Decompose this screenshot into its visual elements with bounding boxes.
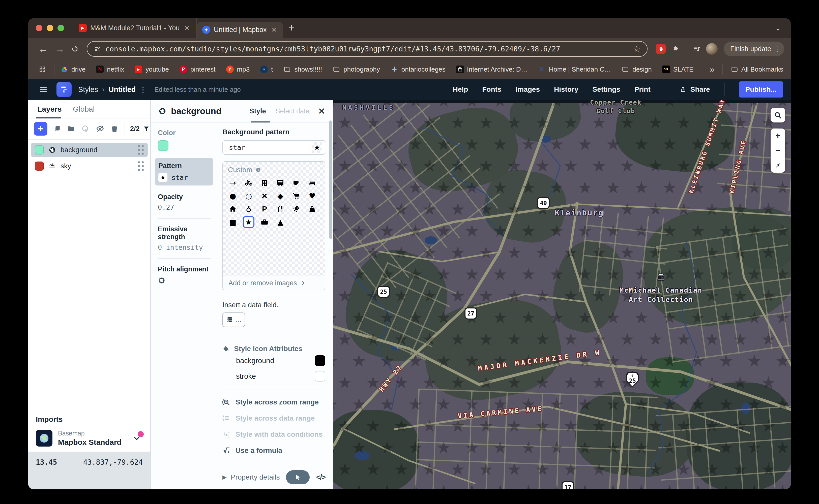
browser-tab-2[interactable]: ✦Untitled | Mapbox✕ xyxy=(197,22,283,38)
close-tab-icon[interactable]: ✕ xyxy=(270,26,278,34)
bookmark-item-mp3[interactable]: Ymp3 xyxy=(226,66,250,73)
pattern-icon-home[interactable] xyxy=(227,203,238,215)
pattern-icon-car[interactable] xyxy=(306,177,318,188)
bookmark-item-home-sheridan-c-[interactable]: SHome | Sheridan C… xyxy=(538,66,611,73)
action-style-across-zoom-range[interactable]: Style across zoom range xyxy=(222,398,325,406)
reading-list-icon[interactable] xyxy=(693,45,701,53)
extensions-icon[interactable] xyxy=(672,45,679,53)
property-details-label[interactable]: Property details xyxy=(231,473,280,481)
back-button[interactable]: ← xyxy=(35,44,51,54)
toggle-visibility-icon[interactable] xyxy=(96,124,104,133)
pitch-alignment-label[interactable]: Pitch alignment xyxy=(158,265,211,273)
tab-select-data[interactable]: Select data xyxy=(275,107,309,115)
bookmark-item-slate[interactable]: D2LSLATE xyxy=(662,66,693,73)
adblock-extension-icon[interactable] xyxy=(656,44,666,54)
pitch-alignment-globe-icon[interactable] xyxy=(158,277,211,284)
bookmark-item-drive[interactable]: drive xyxy=(60,66,85,73)
maximize-window-button[interactable] xyxy=(57,25,64,31)
pattern-icon-shop[interactable] xyxy=(306,203,318,215)
profile-avatar[interactable] xyxy=(706,43,718,55)
reload-button[interactable] xyxy=(71,45,79,53)
pattern-icon-restaurant[interactable] xyxy=(274,203,286,215)
pattern-icon-circle-stroked[interactable]: ○ xyxy=(243,190,254,202)
tab-overflow-chevron-icon[interactable]: ⌄ xyxy=(771,24,785,32)
bookmarks-overflow-chevrons[interactable]: » xyxy=(710,65,714,74)
group-layers-folder-icon[interactable] xyxy=(67,125,75,133)
color-swatch[interactable] xyxy=(158,140,168,151)
drag-handle-icon[interactable] xyxy=(138,145,144,155)
expand-import-chevron-icon[interactable] xyxy=(131,432,143,444)
nav-item-images[interactable]: Images xyxy=(516,85,540,93)
attribute-swatch-background[interactable] xyxy=(315,355,325,366)
close-window-button[interactable] xyxy=(36,25,42,31)
tab-layers[interactable]: Layers xyxy=(37,105,62,113)
mapbox-studio-app-icon[interactable] xyxy=(56,82,72,97)
address-bar[interactable]: console.mapbox.com/studio/styles/monatgn… xyxy=(87,41,648,57)
pattern-property-selected[interactable]: Pattern ★ star xyxy=(155,158,213,185)
forward-button[interactable]: → xyxy=(51,44,68,54)
breadcrumb-styles[interactable]: Styles xyxy=(78,85,98,94)
pattern-icon-grocery[interactable] xyxy=(290,190,302,202)
tab-style[interactable]: Style xyxy=(250,107,266,115)
minimize-window-button[interactable] xyxy=(47,25,53,31)
bookmark-item-shows-[interactable]: shows!!!!! xyxy=(283,66,322,73)
nav-item-history[interactable]: History xyxy=(554,85,578,93)
pattern-icon-suitcase[interactable] xyxy=(259,216,270,228)
finish-update-button[interactable]: Finish update ⋮ xyxy=(724,42,784,56)
bookmark-item-internet-archive-d-[interactable]: Internet Archive: D… xyxy=(456,66,528,73)
pattern-icon-circle[interactable]: ● xyxy=(227,190,238,202)
apps-grid-icon[interactable] xyxy=(39,66,46,73)
bookmark-item-netflix[interactable]: Nnetflix xyxy=(96,66,124,73)
pattern-icon-arrow[interactable]: → xyxy=(227,177,238,188)
duplicate-layer-icon[interactable] xyxy=(53,125,61,133)
pattern-icon-parking[interactable]: P xyxy=(259,203,270,215)
compass-button[interactable] xyxy=(771,158,785,173)
new-tab-button[interactable]: + xyxy=(285,23,298,33)
select-on-map-icon[interactable] xyxy=(81,124,90,133)
cursor-mode-button[interactable] xyxy=(286,470,310,484)
icon-attribute-row-background[interactable]: background xyxy=(222,353,325,368)
pattern-icon-star[interactable]: ★ xyxy=(243,216,254,228)
bookmark-item-photography[interactable]: photography xyxy=(332,66,380,73)
pattern-icon-triangle[interactable]: ▲ xyxy=(274,216,286,228)
add-layer-button[interactable]: + xyxy=(34,122,47,136)
insert-data-field-button[interactable]: … xyxy=(222,312,245,327)
expand-triangle-icon[interactable]: ▶ xyxy=(222,474,227,481)
publish-button[interactable]: Publish... xyxy=(739,81,783,98)
browser-tab-1[interactable]: ▶M&M Module2 Tutorial1 - You✕ xyxy=(73,18,197,38)
import-basemap-row[interactable]: Basemap Mapbox Standard xyxy=(36,430,143,447)
breadcrumb-style-name[interactable]: Untitled xyxy=(108,85,136,94)
action-use-a-formula[interactable]: Use a formula xyxy=(222,447,325,455)
layer-row-sky[interactable]: sky xyxy=(31,159,148,173)
code-view-icon[interactable]: </> xyxy=(316,473,325,482)
zoom-in-button[interactable]: + xyxy=(771,129,785,143)
icon-attribute-row-stroke[interactable]: stroke xyxy=(222,368,325,384)
browser-menu-kebab-icon[interactable]: ⋮ xyxy=(775,45,781,53)
pattern-icon-bus[interactable] xyxy=(274,177,286,188)
tab-global[interactable]: Global xyxy=(73,105,95,113)
map-search-button[interactable] xyxy=(771,108,785,122)
map-canvas[interactable]: ★★★★★★★★★★★★★★★★★★★★★★★★★★★★★★★★★★★★★★★★… xyxy=(333,100,791,489)
nav-item-help[interactable]: Help xyxy=(453,85,468,93)
url-text[interactable]: console.mapbox.com/studio/styles/monatgn… xyxy=(105,45,633,53)
pattern-icon-cross[interactable] xyxy=(259,190,270,202)
drag-handle-icon[interactable] xyxy=(138,161,144,171)
add-or-remove-images-button[interactable]: Add or remove images xyxy=(223,276,325,290)
nav-item-fonts[interactable]: Fonts xyxy=(482,85,501,93)
bookmark-item-youtube[interactable]: ▶youtube xyxy=(135,66,169,73)
info-icon[interactable] xyxy=(255,167,261,173)
panel-scrollbar-thumb[interactable] xyxy=(329,120,332,239)
bookmark-item-ontariocolleges[interactable]: ontariocolleges xyxy=(390,66,446,73)
close-panel-icon[interactable]: ✕ xyxy=(318,107,325,115)
bookmark-item-pinterest[interactable]: Ppinterest xyxy=(179,66,216,73)
pattern-icon-jewelry-store[interactable] xyxy=(243,203,254,215)
color-property-label[interactable]: Color xyxy=(158,129,211,137)
pattern-icon-cafe[interactable] xyxy=(290,177,302,188)
hamburger-menu-icon[interactable] xyxy=(39,85,48,94)
pattern-icon-square[interactable]: ■ xyxy=(227,216,238,228)
close-tab-icon[interactable]: ✕ xyxy=(183,24,191,32)
pattern-icon-bicycle[interactable] xyxy=(243,177,254,188)
layer-row-background[interactable]: background xyxy=(31,143,148,157)
pattern-icon-diamond[interactable]: ◆ xyxy=(274,190,286,202)
opacity-property-label[interactable]: Opacity xyxy=(158,193,211,201)
